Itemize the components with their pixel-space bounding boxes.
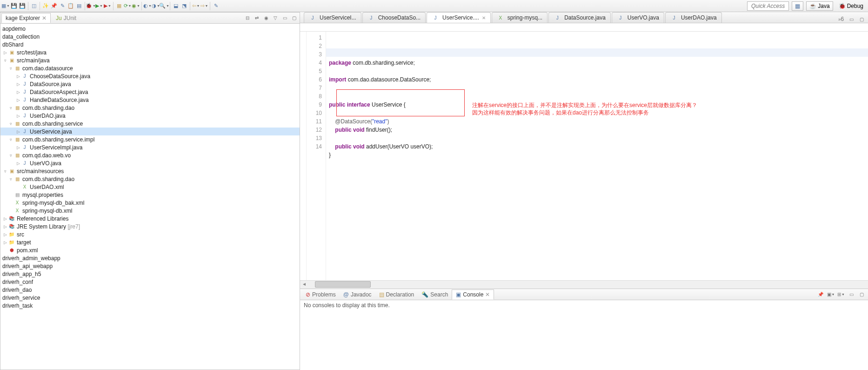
close-icon[interactable]: ✕ — [482, 15, 486, 20]
bottom-panel: ⊘Problems @Javadoc ▤Declaration 🔦Search … — [300, 289, 868, 370]
editor-tab[interactable]: JChooseDataSo... — [362, 12, 426, 23]
java-file-icon: J — [21, 112, 28, 120]
java-file-icon: J — [21, 128, 28, 135]
editor-tab[interactable]: JDataSource.java — [548, 12, 611, 23]
tree-file: XUserDAO.xml — [0, 183, 300, 191]
package-icon: ▩ — [13, 152, 21, 159]
tool-c-icon[interactable]: ⬓ — [172, 2, 180, 10]
back-icon[interactable]: ⇦▼ — [192, 2, 200, 10]
declaration-tab[interactable]: ▤Declaration — [375, 290, 418, 299]
tree-file: ▷JUserVO.java — [0, 159, 300, 167]
tree-folder: ▷📁src — [0, 230, 300, 238]
tool-d-icon[interactable]: ⬔ — [180, 2, 188, 10]
editor-tab[interactable]: Xspring-mysq... — [492, 12, 548, 23]
xml-file-icon: X — [21, 183, 28, 191]
open-console-icon[interactable]: ⊞▼ — [837, 291, 845, 298]
view-menu-icon[interactable]: ▽ — [272, 14, 279, 22]
java-file-icon: J — [21, 73, 28, 80]
tool-a-icon[interactable]: ◐▼ — [144, 2, 151, 10]
more-tabs-icon[interactable]: »6 — [837, 15, 845, 23]
search-tool-icon[interactable]: 🔍▼ — [160, 2, 168, 10]
xml-file-icon: X — [13, 199, 21, 207]
problems-tab[interactable]: ⊘Problems — [302, 290, 340, 299]
tree-file: ▷JDataSourceAspect.java — [0, 88, 300, 96]
tree-package: ▿▩com.db.sharding.dao — [0, 104, 300, 112]
clipboard-icon[interactable]: 📋 — [67, 2, 74, 10]
new-icon[interactable]: ▦▼ — [2, 2, 9, 10]
package-icon: ▩ — [13, 65, 21, 72]
horizontal-scrollbar[interactable]: ◂ — [300, 280, 868, 289]
ext-run-icon[interactable]: ▶▼ — [104, 2, 111, 10]
maximize-icon[interactable]: ▢ — [858, 15, 865, 23]
tree-project: driverh_api_webapp — [0, 262, 300, 270]
tree-project: driverh_app_h5 — [0, 270, 300, 278]
new-class-icon[interactable]: ◉▼ — [132, 2, 140, 10]
javadoc-tab[interactable]: @Javadoc — [340, 290, 375, 299]
debug-perspective-button[interactable]: 🐞Debug — [836, 2, 866, 10]
editor-tab[interactable]: JUserServiceI... — [304, 12, 361, 23]
doc-icon[interactable]: ▤ — [75, 2, 83, 10]
focus-icon[interactable]: ◉ — [262, 14, 270, 22]
pin-console-icon[interactable]: 📌 — [817, 291, 824, 298]
edit-icon[interactable]: ✎ — [59, 2, 66, 10]
maximize-icon[interactable]: ▢ — [858, 291, 865, 298]
project-tree[interactable]: aopdemo data_collection dbShard ▷▣src/te… — [0, 24, 300, 370]
java-file-icon: J — [21, 81, 28, 88]
toggle-icon[interactable]: ◫ — [30, 2, 38, 10]
close-icon[interactable]: ✕ — [42, 15, 47, 21]
editor-tab[interactable]: JUserVO.java — [612, 12, 664, 23]
maximize-icon[interactable]: ▢ — [290, 14, 298, 22]
tree-project: driverh_service — [0, 294, 300, 302]
tree-file: Xspring-mysql-db.xml — [0, 207, 300, 215]
link-editor-icon[interactable]: ⇄ — [253, 14, 260, 22]
java-file-icon: J — [21, 96, 28, 104]
new-pkg-icon[interactable]: ▦ — [115, 2, 123, 10]
save-all-icon[interactable]: 💾 — [19, 2, 26, 10]
package-icon: ▩ — [13, 104, 21, 112]
java-perspective-button[interactable]: ☕Java — [806, 1, 833, 11]
source-folder-icon: ▣ — [8, 49, 15, 56]
code-area[interactable]: package com.db.sharding.service; import … — [326, 32, 868, 280]
pin-icon[interactable]: 📌 — [50, 2, 58, 10]
java-file-icon: J — [554, 14, 561, 21]
xml-file-icon: X — [497, 14, 504, 21]
library-icon: 📚 — [8, 223, 15, 230]
tree-file: ▷JUserService.java — [0, 128, 300, 135]
close-icon[interactable]: ✕ — [485, 291, 490, 298]
java-file-icon: J — [21, 144, 28, 151]
main-toolbar: ▦▼ 💾 💾 ◫ ✨ 📌 ✎ 📋 ▤ 🐞▼ ▶▼ ▶▼ ▦ ⟳▼ ◉▼ ◐▼ ◑… — [0, 0, 868, 12]
editor-tab[interactable]: JUserDAO.java — [665, 12, 722, 23]
collapse-all-icon[interactable]: ⊟ — [244, 14, 251, 22]
tree-src-folder: ▷▣src/test/java — [0, 48, 300, 56]
tree-file: ▷JHandleDataSource.java — [0, 96, 300, 104]
console-tab[interactable]: ▣Console ✕ — [452, 289, 494, 300]
tool-b-icon[interactable]: ◑▼ — [152, 2, 160, 10]
open-perspective-button[interactable]: ▦ — [792, 1, 803, 11]
line-number-gutter: 1234567891011121314 — [307, 32, 326, 280]
debug-icon[interactable]: 🐞▼ — [87, 2, 94, 10]
tree-lib: ▷📚Referenced Libraries — [0, 215, 300, 222]
code-editor[interactable]: 1234567891011121314 package com.db.shard… — [300, 32, 868, 280]
tree-file: ⬢pom.xml — [0, 246, 300, 254]
package-explorer-tab[interactable]: kage Explorer ✕ — [1, 13, 51, 23]
minimize-icon[interactable]: ▭ — [848, 15, 855, 23]
editor-tab-active[interactable]: JUserService....✕ — [427, 12, 491, 23]
java-file-icon: J — [21, 88, 28, 96]
run-icon[interactable]: ▶▼ — [95, 2, 103, 10]
quick-access-input[interactable]: Quick Access — [747, 1, 789, 11]
tree-project: driverh_dao — [0, 286, 300, 294]
minimize-icon[interactable]: ▭ — [848, 291, 855, 298]
save-icon[interactable]: 💾 — [10, 2, 18, 10]
minimize-icon[interactable]: ▭ — [281, 14, 288, 22]
package-icon: ▩ — [13, 175, 21, 183]
wand-icon[interactable]: ✨ — [42, 2, 49, 10]
search-tab[interactable]: 🔦Search — [418, 290, 452, 299]
display-console-icon[interactable]: ▣▼ — [827, 291, 835, 298]
java-file-icon: J — [367, 14, 375, 21]
refresh-icon[interactable]: ⟳▼ — [124, 2, 131, 10]
forward-icon[interactable]: ⇨▼ — [200, 2, 208, 10]
source-folder-icon: ▣ — [8, 168, 15, 175]
tool-e-icon[interactable]: ✎ — [212, 2, 220, 10]
junit-tab[interactable]: Ju JUnit — [52, 13, 80, 23]
tree-package: ▿▩com.db.sharding.service.impl — [0, 135, 300, 143]
